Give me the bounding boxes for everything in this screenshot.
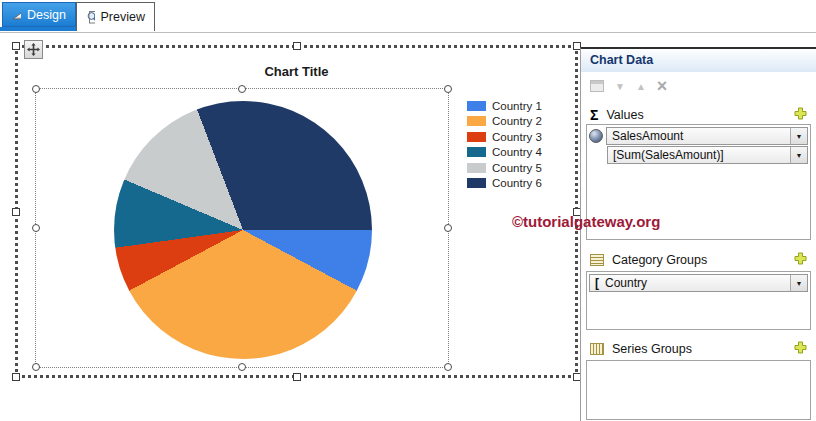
values-label: Values [606,108,643,122]
selection-handle[interactable] [32,224,40,232]
legend-label: Country 4 [492,146,542,158]
legend-item[interactable]: Country 3 [467,129,542,145]
move-icon [27,43,40,56]
preview-tab-icon [86,10,95,24]
chart-legend[interactable]: Country 1Country 2Country 3Country 4Coun… [467,98,542,191]
legend-swatch-icon [467,101,486,111]
series-groups-icon [590,343,604,355]
resize-handle[interactable] [293,373,301,381]
legend-label: Country 6 [492,177,542,189]
legend-label: Country 5 [492,162,542,174]
resize-handle[interactable] [12,373,20,381]
group-expression-icon: [ [595,276,599,290]
selection-handle[interactable] [32,363,40,371]
dropdown-arrow-icon[interactable] [790,275,807,291]
chart-data-panel: Chart Data Σ Values SalesAmount [580,47,816,421]
series-groups-header: Series Groups [581,340,816,358]
design-tab-icon [12,8,21,21]
series-groups-list[interactable] [586,360,811,420]
plus-icon [794,107,807,120]
legend-label: Country 1 [492,100,542,112]
legend-label: Country 3 [492,131,542,143]
dropdown-arrow-icon[interactable] [790,128,807,144]
plus-icon [794,252,807,265]
tab-preview[interactable]: Preview [76,2,155,31]
values-field-dropdown[interactable]: SalesAmount [606,127,808,145]
chart-title[interactable]: Chart Title [18,64,575,79]
category-group-text: Country [605,276,647,290]
move-up-button[interactable] [636,81,646,92]
category-groups-icon [590,254,604,266]
selection-handle[interactable] [444,224,452,232]
panel-toolbar [581,73,816,99]
chart-report-item[interactable]: Chart Title Country 1Country 2Country 3C… [15,45,578,378]
selection-handle[interactable] [444,85,452,93]
legend-item[interactable]: Country 5 [467,160,542,176]
values-expression-text: [Sum(SalesAmount)] [613,148,724,162]
tab-design-label: Design [27,8,66,22]
arrow-up-icon [636,81,646,92]
legend-item[interactable]: Country 4 [467,145,542,161]
values-expression-dropdown[interactable]: [Sum(SalesAmount)] [607,146,808,164]
category-group-row: [ Country [589,274,808,292]
value-expression-row: [Sum(SalesAmount)] [607,146,808,164]
values-section-header: Σ Values [581,106,816,124]
resize-handle[interactable] [12,208,20,216]
legend-swatch-icon [467,116,486,126]
properties-button[interactable] [590,80,604,92]
legend-label: Country 2 [492,115,542,127]
add-value-button[interactable] [794,107,807,123]
sigma-icon: Σ [590,107,598,123]
add-series-group-button[interactable] [794,341,807,357]
tab-design-underline [0,27,77,31]
plus-icon [794,341,807,354]
selection-handle[interactable] [238,85,246,93]
selection-handle[interactable] [32,85,40,93]
dropdown-arrow-icon[interactable] [790,147,807,163]
legend-swatch-icon [467,178,486,188]
legend-item[interactable]: Country 1 [467,98,542,114]
legend-swatch-icon [467,163,486,173]
category-groups-label: Category Groups [612,253,707,267]
legend-swatch-icon [467,132,486,142]
arrow-down-icon [615,81,625,92]
selection-handle[interactable] [444,363,452,371]
properties-icon [590,80,604,92]
chart-field-icon [589,129,603,143]
panel-title: Chart Data [581,49,816,72]
selection-handle[interactable] [238,363,246,371]
move-down-button[interactable] [615,81,625,92]
legend-swatch-icon [467,147,486,157]
ssrs-report-designer: Design Preview Chart Title [0,0,816,421]
watermark-text: ©tutorialgateway.org [512,213,660,230]
move-handle[interactable] [24,40,43,59]
category-groups-header: Category Groups [581,251,816,269]
series-groups-label: Series Groups [612,342,692,356]
resize-handle[interactable] [293,42,301,50]
tab-design[interactable]: Design [2,2,76,27]
delete-icon [657,80,668,92]
values-field-text: SalesAmount [612,129,683,143]
legend-item[interactable]: Country 2 [467,114,542,130]
category-groups-list[interactable]: [ Country [586,271,811,330]
legend-item[interactable]: Country 6 [467,176,542,192]
chart-area-selection [35,88,449,368]
tabstrip-divider [0,32,816,33]
category-group-dropdown[interactable]: [ Country [589,274,808,292]
add-category-group-button[interactable] [794,252,807,268]
tab-preview-label: Preview [101,10,145,24]
resize-handle[interactable] [12,42,20,50]
delete-button[interactable] [657,80,668,92]
value-field-row: SalesAmount [589,127,808,145]
